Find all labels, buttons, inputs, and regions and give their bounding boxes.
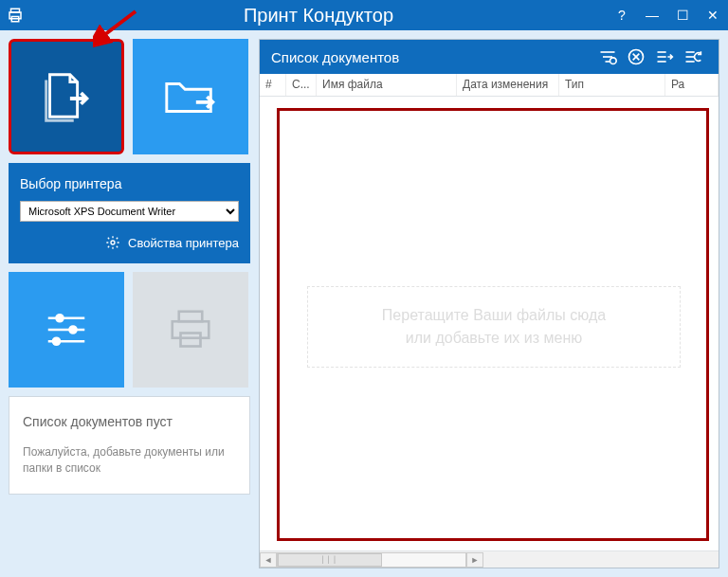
titlebar: Принт Кондуктор ? — ☐ ✕ — [0, 0, 728, 30]
scroll-thumb[interactable]: │││ — [278, 553, 382, 567]
tile-row-bottom — [9, 272, 250, 388]
add-documents-tile[interactable] — [9, 39, 124, 154]
app-icon — [0, 7, 30, 24]
minimize-button[interactable]: — — [637, 0, 667, 30]
horizontal-scrollbar[interactable]: ◄ │││ ► — [260, 550, 719, 568]
drop-hint-line2: или добавьте их из меню — [318, 327, 670, 350]
svg-rect-13 — [181, 334, 201, 347]
svg-point-17 — [610, 58, 617, 64]
content-area: Список документов # С... Имя файла Дата … — [259, 30, 728, 577]
printer-panel: Выбор принтера Microsoft XPS Document Wr… — [9, 163, 250, 263]
col-number[interactable]: # — [260, 74, 286, 96]
svg-rect-12 — [173, 321, 209, 338]
col-status[interactable]: С... — [286, 74, 317, 96]
status-message: Пожалуйста, добавьте документы или папки… — [23, 444, 236, 477]
add-folder-tile[interactable] — [133, 39, 248, 154]
toolbar-filter-button[interactable] — [593, 43, 622, 71]
drop-hint-line1: Перетащите Ваши файлы сюда — [318, 304, 670, 327]
printer-select[interactable]: Microsoft XPS Document Writer — [20, 201, 239, 222]
svg-point-4 — [111, 241, 115, 244]
help-button[interactable]: ? — [607, 0, 637, 30]
drop-hint: Перетащите Ваши файлы сюда или добавьте … — [307, 286, 681, 368]
toolbar-remove-button[interactable] — [622, 43, 650, 71]
scroll-left-button[interactable]: ◄ — [260, 552, 277, 568]
col-type[interactable]: Тип — [559, 74, 665, 96]
col-modified[interactable]: Дата изменения — [457, 74, 559, 96]
documents-title: Список документов — [271, 49, 593, 65]
maximize-button[interactable]: ☐ — [667, 0, 698, 30]
svg-point-6 — [57, 315, 64, 321]
printer-label: Выбор принтера — [20, 176, 239, 191]
toolbar-refresh-button[interactable] — [679, 43, 707, 71]
svg-point-10 — [53, 338, 60, 345]
table-header: # С... Имя файла Дата изменения Тип Ра — [260, 74, 719, 97]
gear-icon — [105, 235, 120, 250]
settings-tile[interactable] — [9, 272, 124, 388]
close-button[interactable]: ✕ — [698, 0, 728, 30]
col-size[interactable]: Ра — [665, 74, 719, 96]
sidebar: Выбор принтера Microsoft XPS Document Wr… — [0, 30, 259, 577]
tile-row-top — [9, 39, 250, 154]
scroll-right-button[interactable]: ► — [466, 552, 483, 568]
svg-rect-11 — [179, 312, 203, 322]
toolbar-import-button[interactable] — [650, 43, 679, 71]
main-area: Выбор принтера Microsoft XPS Document Wr… — [0, 30, 728, 577]
status-title: Список документов пуст — [23, 414, 236, 429]
col-filename[interactable]: Имя файла — [317, 74, 457, 96]
printer-properties-link[interactable]: Свойства принтера — [20, 235, 239, 250]
status-panel: Список документов пуст Пожалуйста, добав… — [9, 396, 250, 495]
documents-header: Список документов — [260, 40, 719, 74]
window-title: Принт Кондуктор — [30, 5, 607, 27]
scroll-track[interactable]: │││ — [277, 552, 466, 568]
svg-point-8 — [70, 327, 77, 334]
documents-panel: Список документов # С... Имя файла Дата … — [259, 39, 719, 568]
printer-properties-label: Свойства принтера — [128, 236, 239, 250]
print-tile[interactable] — [133, 272, 248, 388]
